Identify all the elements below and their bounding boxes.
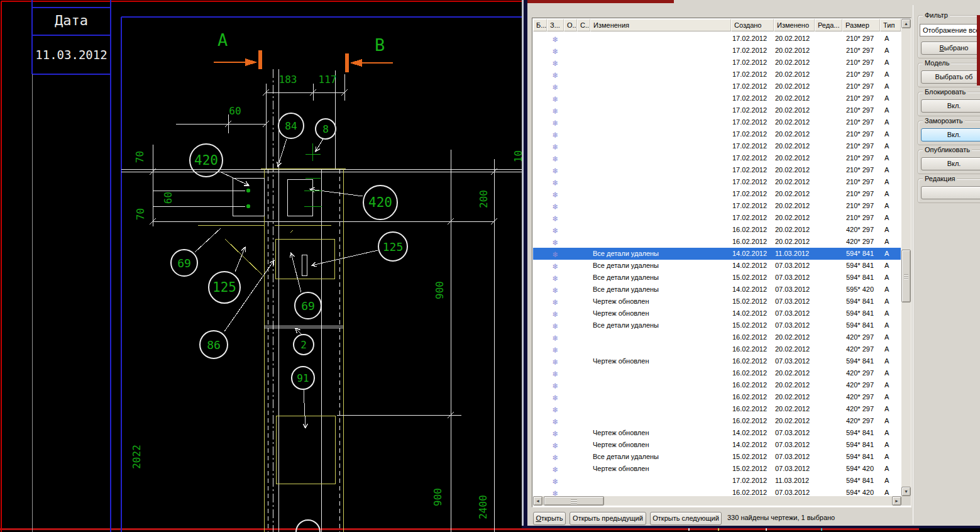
vertical-scroll-thumb[interactable] bbox=[901, 250, 911, 302]
table-row[interactable]: ❄Все детали удалены15.02.201207.03.20125… bbox=[533, 319, 901, 331]
column-header-5[interactable]: Изменения bbox=[590, 19, 731, 31]
cell-type: A bbox=[880, 164, 901, 176]
cell-size: 594* 841 bbox=[842, 296, 880, 308]
dimension-text: 60 bbox=[162, 170, 174, 226]
cell-type: A bbox=[880, 104, 901, 116]
cell-size: 594* 841 bbox=[842, 355, 880, 367]
cell-red bbox=[815, 331, 842, 343]
column-header-3[interactable]: О.. bbox=[564, 19, 577, 31]
column-header-7[interactable]: Изменено bbox=[774, 19, 815, 31]
table-row[interactable]: ❄Чертеж обновлен16.02.201207.03.2012594*… bbox=[533, 355, 901, 367]
опубликовать-button[interactable]: Вкл. bbox=[921, 157, 980, 170]
scroll-left-button[interactable]: ◄ bbox=[533, 496, 542, 506]
table-row[interactable]: ❄17.02.201220.02.2012210* 297A bbox=[533, 92, 901, 104]
cell-chg bbox=[590, 367, 731, 379]
column-header-9[interactable]: Размер bbox=[842, 19, 880, 31]
drawing-fragment bbox=[718, 528, 719, 531]
cell-s bbox=[577, 152, 590, 164]
table-row[interactable]: ❄17.02.201220.02.2012210* 297A bbox=[533, 212, 901, 224]
freeze-snowflake-icon: ❄ bbox=[552, 298, 558, 307]
table-row-selected[interactable]: ❄Все детали удалены14.02.201211.03.20125… bbox=[533, 248, 901, 260]
table-row[interactable]: ❄17.02.201220.02.2012210* 297A bbox=[533, 104, 901, 116]
table-row[interactable]: ❄16.02.201207.03.2012594* 420A bbox=[533, 487, 901, 496]
cad-viewport[interactable]: Дата 11.03.2012 A B 84842042012569125866… bbox=[0, 0, 527, 532]
cell-red bbox=[815, 355, 842, 367]
table-row[interactable]: ❄17.02.201220.02.2012210* 297A bbox=[533, 33, 901, 45]
cell-type: A bbox=[880, 188, 901, 200]
table-row[interactable]: ❄Чертеж обновлен15.02.201207.03.2012594*… bbox=[533, 296, 901, 308]
column-header-2[interactable]: З... bbox=[547, 19, 564, 31]
table-row[interactable]: ❄17.02.201220.02.2012210* 297A bbox=[533, 128, 901, 140]
заморозить-button[interactable]: Вкл. bbox=[921, 128, 980, 141]
table-row[interactable]: ❄17.02.201220.02.2012210* 297A bbox=[533, 80, 901, 92]
table-row[interactable]: ❄Чертеж обновлен15.02.201207.03.2012594*… bbox=[533, 463, 901, 475]
column-header-8[interactable]: Реда... bbox=[815, 19, 842, 31]
screen: Дата 11.03.2012 A B 84842042012569125866… bbox=[0, 0, 980, 532]
модель-button[interactable]: Выбрать об bbox=[921, 70, 980, 84]
table-row[interactable]: ❄17.02.201220.02.2012210* 297A bbox=[533, 176, 901, 188]
table-row[interactable]: ❄17.02.201220.02.2012210* 297A bbox=[533, 188, 901, 200]
cell-cr: 16.02.2012 bbox=[731, 343, 774, 355]
cell-s bbox=[577, 260, 590, 272]
group-label: Блокировать bbox=[923, 88, 967, 96]
cell-type: A bbox=[880, 212, 901, 224]
cell-red bbox=[815, 248, 842, 260]
panel-splitter[interactable] bbox=[913, 5, 913, 524]
table-row[interactable]: ❄Все детали удалены14.02.201207.03.20125… bbox=[533, 260, 901, 272]
cell-chg bbox=[590, 475, 731, 487]
фильтр-button[interactable]: Выбрано bbox=[921, 42, 980, 55]
table-row[interactable]: ❄Все детали удалены15.02.201207.03.20125… bbox=[533, 451, 901, 463]
table-row[interactable]: ❄16.02.201220.02.2012420* 297A bbox=[533, 224, 901, 236]
balloon-91: 91 bbox=[291, 366, 315, 390]
table-row[interactable]: ❄16.02.201220.02.2012420* 297A bbox=[533, 343, 901, 355]
table-row[interactable]: ❄Чертеж обновлен14.02.201207.03.2012594*… bbox=[533, 439, 901, 451]
table-row[interactable]: ❄16.02.201220.02.2012420* 297A bbox=[533, 236, 901, 248]
table-row[interactable]: ❄16.02.201220.02.2012420* 297A bbox=[533, 403, 901, 415]
cell-mod: 07.03.2012 bbox=[774, 296, 815, 308]
cell-red bbox=[815, 463, 842, 475]
table-row[interactable]: ❄17.02.201220.02.2012210* 297A bbox=[533, 140, 901, 152]
drawing-list-rows: ❄17.02.201220.02.2012210* 297A❄17.02.201… bbox=[533, 31, 901, 496]
open-button[interactable]: Открыть bbox=[533, 512, 566, 525]
table-row[interactable]: ❄Чертеж обновлен14.02.201207.03.2012594*… bbox=[533, 427, 901, 439]
table-row[interactable]: ❄17.02.201220.02.2012210* 297A bbox=[533, 164, 901, 176]
cell-z: ❄ bbox=[547, 45, 564, 57]
cell-s bbox=[577, 164, 590, 176]
table-row[interactable]: ❄Все детали удалены15.02.201207.03.20125… bbox=[533, 272, 901, 284]
cell-red bbox=[815, 296, 842, 308]
table-row[interactable]: ❄17.02.201220.02.2012210* 297A bbox=[533, 200, 901, 212]
table-row[interactable]: ❄16.02.201220.02.2012420* 297A bbox=[533, 331, 901, 343]
dimension-text: 117 bbox=[299, 74, 356, 86]
scroll-down-button[interactable]: ▼ bbox=[901, 487, 911, 496]
column-header-1[interactable]: Б... bbox=[533, 19, 547, 31]
table-row[interactable]: ❄17.02.201211.03.2012594* 841A bbox=[533, 475, 901, 487]
column-header-4[interactable]: С.. bbox=[577, 19, 590, 31]
balloon-86: 86 bbox=[199, 330, 228, 359]
horizontal-scroll-thumb[interactable] bbox=[544, 496, 604, 506]
table-row[interactable]: ❄17.02.201220.02.2012210* 297A bbox=[533, 69, 901, 80]
table-row[interactable]: ❄17.02.201220.02.2012210* 297A bbox=[533, 152, 901, 164]
cell-red bbox=[815, 367, 842, 379]
table-row[interactable]: ❄17.02.201220.02.2012210* 297A bbox=[533, 116, 901, 128]
group-label: Опубликовать bbox=[923, 146, 972, 153]
редакция-button[interactable] bbox=[921, 186, 980, 199]
table-row[interactable]: ❄16.02.201220.02.2012420* 297A bbox=[533, 391, 901, 403]
table-row[interactable]: ❄16.02.201220.02.2012420* 297A bbox=[533, 415, 901, 427]
table-row[interactable]: ❄Все детали удалены14.02.201207.03.20125… bbox=[533, 284, 901, 296]
cell-size: 210* 297 bbox=[842, 57, 880, 69]
table-row[interactable]: ❄17.02.201220.02.2012210* 297A bbox=[533, 45, 901, 57]
cell-cr: 15.02.2012 bbox=[731, 463, 774, 475]
open-previous-button[interactable]: Открыть предыдущий bbox=[570, 512, 646, 525]
table-row[interactable]: ❄Чертеж обновлен14.02.201207.03.2012594*… bbox=[533, 308, 901, 319]
cell-type: A bbox=[880, 248, 901, 260]
scroll-up-button[interactable]: ▲ bbox=[901, 19, 911, 28]
блокировать-button[interactable]: Вкл. bbox=[921, 99, 980, 113]
scroll-right-button[interactable]: ► bbox=[892, 496, 901, 506]
table-row[interactable]: ❄17.02.201220.02.2012210* 297A bbox=[533, 57, 901, 69]
table-row[interactable]: ❄16.02.201220.02.2012420* 297A bbox=[533, 379, 901, 391]
column-header-6[interactable]: Создано bbox=[731, 19, 774, 31]
open-next-button[interactable]: Открыть следующий bbox=[650, 512, 722, 525]
table-row[interactable]: ❄16.02.201220.02.2012420* 297A bbox=[533, 367, 901, 379]
filter-dropdown[interactable]: Отображение все bbox=[920, 24, 980, 36]
column-header-10[interactable]: Тип bbox=[880, 19, 901, 31]
